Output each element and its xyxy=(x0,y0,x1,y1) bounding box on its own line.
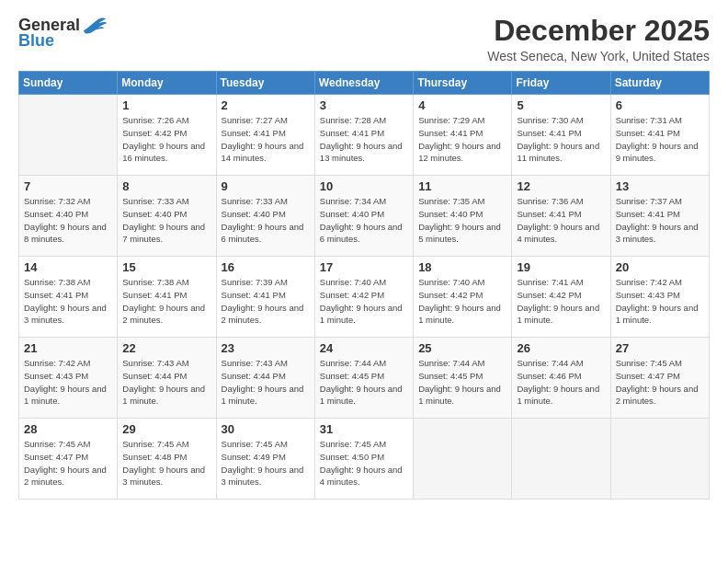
day-number: 12 xyxy=(517,179,605,193)
day-number: 21 xyxy=(24,341,112,355)
calendar-cell: 7Sunrise: 7:32 AMSunset: 4:40 PMDaylight… xyxy=(19,176,118,257)
calendar-cell: 1Sunrise: 7:26 AMSunset: 4:42 PMDaylight… xyxy=(118,95,216,176)
day-info: Sunrise: 7:40 AMSunset: 4:42 PMDaylight:… xyxy=(418,276,506,327)
day-number: 13 xyxy=(616,179,704,193)
calendar-week-2: 7Sunrise: 7:32 AMSunset: 4:40 PMDaylight… xyxy=(19,176,710,257)
day-info: Sunrise: 7:32 AMSunset: 4:40 PMDaylight:… xyxy=(24,195,112,246)
calendar-cell: 22Sunrise: 7:43 AMSunset: 4:44 PMDayligh… xyxy=(118,338,216,419)
calendar-cell: 9Sunrise: 7:33 AMSunset: 4:40 PMDaylight… xyxy=(216,176,314,257)
day-number: 4 xyxy=(418,98,506,112)
day-info: Sunrise: 7:38 AMSunset: 4:41 PMDaylight:… xyxy=(122,276,210,327)
day-info: Sunrise: 7:42 AMSunset: 4:43 PMDaylight:… xyxy=(616,276,704,327)
header: General Blue December 2025 West Seneca, … xyxy=(18,15,710,63)
day-info: Sunrise: 7:42 AMSunset: 4:43 PMDaylight:… xyxy=(24,357,112,408)
day-info: Sunrise: 7:35 AMSunset: 4:40 PMDaylight:… xyxy=(418,195,506,246)
subtitle: West Seneca, New York, United States xyxy=(487,49,710,63)
calendar-cell: 27Sunrise: 7:45 AMSunset: 4:47 PMDayligh… xyxy=(610,338,709,419)
day-info: Sunrise: 7:45 AMSunset: 4:48 PMDaylight:… xyxy=(122,438,210,488)
calendar-cell xyxy=(610,419,709,500)
calendar-cell: 10Sunrise: 7:34 AMSunset: 4:40 PMDayligh… xyxy=(314,176,413,257)
day-number: 23 xyxy=(222,341,310,355)
calendar-cell xyxy=(512,419,610,500)
day-info: Sunrise: 7:28 AMSunset: 4:41 PMDaylight:… xyxy=(320,114,408,165)
calendar-cell xyxy=(19,95,118,176)
day-info: Sunrise: 7:31 AMSunset: 4:41 PMDaylight:… xyxy=(616,114,704,165)
day-info: Sunrise: 7:45 AMSunset: 4:47 PMDaylight:… xyxy=(24,438,112,488)
calendar-header-friday: Friday xyxy=(512,72,610,95)
calendar-header-wednesday: Wednesday xyxy=(314,72,413,95)
calendar-cell: 13Sunrise: 7:37 AMSunset: 4:41 PMDayligh… xyxy=(610,176,709,257)
day-info: Sunrise: 7:43 AMSunset: 4:44 PMDaylight:… xyxy=(222,357,310,408)
day-number: 18 xyxy=(418,260,506,274)
calendar-header-sunday: Sunday xyxy=(19,72,118,95)
calendar-cell: 16Sunrise: 7:39 AMSunset: 4:41 PMDayligh… xyxy=(216,257,314,338)
calendar-cell: 26Sunrise: 7:44 AMSunset: 4:46 PMDayligh… xyxy=(512,338,610,419)
day-info: Sunrise: 7:36 AMSunset: 4:41 PMDaylight:… xyxy=(517,195,605,246)
calendar-cell: 4Sunrise: 7:29 AMSunset: 4:41 PMDaylight… xyxy=(414,95,512,176)
day-info: Sunrise: 7:43 AMSunset: 4:44 PMDaylight:… xyxy=(122,357,210,408)
main-title: December 2025 xyxy=(487,15,710,47)
calendar-cell: 29Sunrise: 7:45 AMSunset: 4:48 PMDayligh… xyxy=(118,419,216,500)
calendar-header-row: SundayMondayTuesdayWednesdayThursdayFrid… xyxy=(19,72,710,95)
day-number: 20 xyxy=(616,260,704,274)
day-info: Sunrise: 7:45 AMSunset: 4:47 PMDaylight:… xyxy=(616,357,704,408)
day-number: 11 xyxy=(418,179,506,193)
calendar-cell: 2Sunrise: 7:27 AMSunset: 4:41 PMDaylight… xyxy=(216,95,314,176)
day-number: 26 xyxy=(517,341,605,355)
calendar-cell: 20Sunrise: 7:42 AMSunset: 4:43 PMDayligh… xyxy=(610,257,709,338)
day-number: 2 xyxy=(222,98,310,112)
day-info: Sunrise: 7:44 AMSunset: 4:46 PMDaylight:… xyxy=(517,357,605,408)
calendar-week-3: 14Sunrise: 7:38 AMSunset: 4:41 PMDayligh… xyxy=(19,257,710,338)
calendar-cell: 30Sunrise: 7:45 AMSunset: 4:49 PMDayligh… xyxy=(216,419,314,500)
calendar-cell: 12Sunrise: 7:36 AMSunset: 4:41 PMDayligh… xyxy=(512,176,610,257)
logo-blue: Blue xyxy=(18,31,54,51)
calendar-header-tuesday: Tuesday xyxy=(216,72,314,95)
day-number: 15 xyxy=(122,260,210,274)
day-number: 30 xyxy=(222,422,310,436)
calendar-cell: 31Sunrise: 7:45 AMSunset: 4:50 PMDayligh… xyxy=(314,419,413,500)
calendar-week-4: 21Sunrise: 7:42 AMSunset: 4:43 PMDayligh… xyxy=(19,338,710,419)
page: General Blue December 2025 West Seneca, … xyxy=(0,0,728,563)
day-number: 31 xyxy=(320,422,408,436)
calendar-cell: 15Sunrise: 7:38 AMSunset: 4:41 PMDayligh… xyxy=(118,257,216,338)
day-info: Sunrise: 7:44 AMSunset: 4:45 PMDaylight:… xyxy=(418,357,506,408)
calendar-cell: 14Sunrise: 7:38 AMSunset: 4:41 PMDayligh… xyxy=(19,257,118,338)
day-info: Sunrise: 7:45 AMSunset: 4:50 PMDaylight:… xyxy=(320,438,408,488)
day-info: Sunrise: 7:29 AMSunset: 4:41 PMDaylight:… xyxy=(418,114,506,165)
day-info: Sunrise: 7:39 AMSunset: 4:41 PMDaylight:… xyxy=(222,276,310,327)
calendar-header-saturday: Saturday xyxy=(610,72,709,95)
day-number: 28 xyxy=(24,422,112,436)
calendar-week-5: 28Sunrise: 7:45 AMSunset: 4:47 PMDayligh… xyxy=(19,419,710,500)
day-number: 1 xyxy=(122,98,210,112)
day-number: 27 xyxy=(616,341,704,355)
day-info: Sunrise: 7:38 AMSunset: 4:41 PMDaylight:… xyxy=(24,276,112,327)
calendar-cell: 6Sunrise: 7:31 AMSunset: 4:41 PMDaylight… xyxy=(610,95,709,176)
calendar-cell: 19Sunrise: 7:41 AMSunset: 4:42 PMDayligh… xyxy=(512,257,610,338)
day-info: Sunrise: 7:33 AMSunset: 4:40 PMDaylight:… xyxy=(122,195,210,246)
day-number: 17 xyxy=(320,260,408,274)
day-number: 22 xyxy=(122,341,210,355)
day-number: 6 xyxy=(616,98,704,112)
calendar: SundayMondayTuesdayWednesdayThursdayFrid… xyxy=(18,71,710,500)
day-info: Sunrise: 7:44 AMSunset: 4:45 PMDaylight:… xyxy=(320,357,408,408)
day-info: Sunrise: 7:45 AMSunset: 4:49 PMDaylight:… xyxy=(222,438,310,488)
day-number: 19 xyxy=(517,260,605,274)
day-info: Sunrise: 7:30 AMSunset: 4:41 PMDaylight:… xyxy=(517,114,605,165)
calendar-cell: 24Sunrise: 7:44 AMSunset: 4:45 PMDayligh… xyxy=(314,338,413,419)
day-number: 29 xyxy=(122,422,210,436)
day-info: Sunrise: 7:26 AMSunset: 4:42 PMDaylight:… xyxy=(122,114,210,165)
title-block: December 2025 West Seneca, New York, Uni… xyxy=(487,15,710,63)
day-number: 24 xyxy=(320,341,408,355)
logo: General Blue xyxy=(18,15,108,51)
calendar-cell: 23Sunrise: 7:43 AMSunset: 4:44 PMDayligh… xyxy=(216,338,314,419)
day-info: Sunrise: 7:34 AMSunset: 4:40 PMDaylight:… xyxy=(320,195,408,246)
day-number: 16 xyxy=(222,260,310,274)
day-info: Sunrise: 7:33 AMSunset: 4:40 PMDaylight:… xyxy=(222,195,310,246)
day-info: Sunrise: 7:41 AMSunset: 4:42 PMDaylight:… xyxy=(517,276,605,327)
day-number: 3 xyxy=(320,98,408,112)
calendar-cell: 3Sunrise: 7:28 AMSunset: 4:41 PMDaylight… xyxy=(314,95,413,176)
day-number: 8 xyxy=(122,179,210,193)
calendar-cell: 8Sunrise: 7:33 AMSunset: 4:40 PMDaylight… xyxy=(118,176,216,257)
logo-bird-icon xyxy=(82,15,108,35)
day-number: 9 xyxy=(222,179,310,193)
